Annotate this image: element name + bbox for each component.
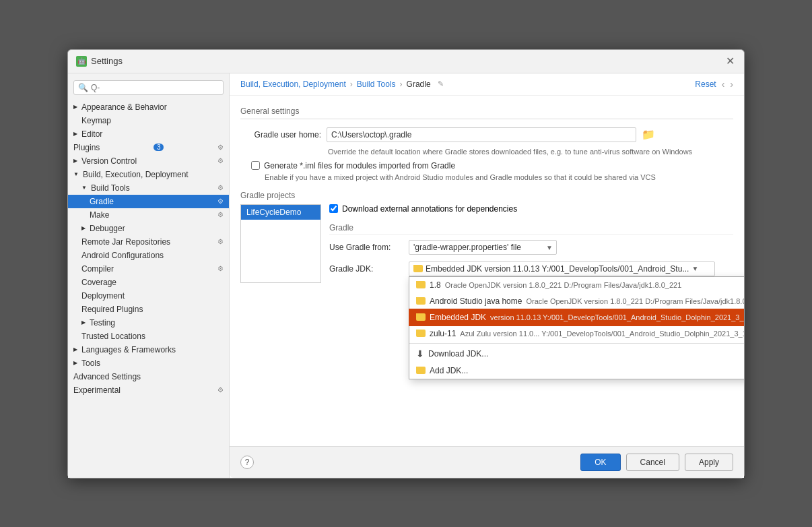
sidebar-label: Appearance & Behavior [81, 102, 167, 112]
collapse-icon: ▶ [73, 360, 77, 366]
sidebar-item-tools[interactable]: ▶ Tools [68, 356, 229, 370]
collapse-icon: ▼ [81, 185, 87, 191]
sidebar-label: Make [90, 210, 109, 220]
sidebar-label: Tools [81, 359, 100, 368]
general-settings-title: General settings [240, 106, 733, 119]
generate-iml-row: Generate *.iml files for modules importe… [251, 161, 733, 170]
jdk-selected-value[interactable]: Embedded JDK version 11.0.13 Y:/001_Deve… [409, 261, 715, 276]
gradle-projects-section: Gradle projects LifeCycleDemo Download e… [240, 191, 733, 283]
jdk-option-zulu11[interactable]: zulu-11 Azul Zulu version 11.0... Y:/001… [409, 326, 744, 342]
cancel-button[interactable]: Cancel [626, 454, 679, 471]
sidebar-item-build-tools[interactable]: ▼ Build Tools ⚙ [68, 181, 229, 195]
use-gradle-row: Use Gradle from: 'gradle-wrapper.propert… [329, 240, 733, 255]
download-annotations-checkbox[interactable] [329, 204, 338, 213]
sidebar: 🔍 ▶ Appearance & Behavior Keymap ▶ Edito… [68, 73, 230, 478]
settings-gear-icon: ⚙ [217, 386, 224, 394]
gradle-jdk-row: Gradle JDK: Embedded JDK version 11.0.13… [329, 261, 733, 276]
jdk-dropdown-arrow: ▼ [691, 265, 698, 272]
sidebar-item-editor[interactable]: ▶ Editor [68, 127, 229, 141]
use-gradle-dropdown-wrapper: 'gradle-wrapper.properties' file ▼ [409, 240, 557, 255]
sidebar-item-testing[interactable]: ▶ Testing [68, 316, 229, 330]
generate-iml-checkbox[interactable] [251, 161, 260, 170]
sidebar-item-gradle[interactable]: Gradle ⚙ [68, 195, 229, 208]
content-area: General settings Gradle user home: 📁 Ove… [230, 96, 744, 446]
project-item[interactable]: LifeCycleDemo [241, 205, 320, 220]
sidebar-label: Remote Jar Repositories [81, 237, 170, 247]
sidebar-item-trusted-locations[interactable]: Trusted Locations [68, 330, 229, 343]
jdk-path: Oracle OpenJDK version 1.8.0_221 D:/Prog… [445, 281, 682, 289]
sidebar-item-compiler[interactable]: Compiler ⚙ [68, 262, 229, 276]
sidebar-item-coverage[interactable]: Coverage [68, 276, 229, 289]
close-button[interactable]: ✕ [724, 55, 736, 67]
sidebar-label: Debugger [90, 224, 125, 233]
collapse-icon: ▶ [81, 319, 86, 326]
jdk-name: Embedded JDK [430, 313, 486, 322]
breadcrumb-actions: Reset ‹ › [695, 79, 733, 90]
sidebar-label: Android Configurations [81, 251, 164, 260]
title-bar-left: 🤖 Settings [76, 56, 123, 67]
breadcrumb-gradle: Gradle [407, 80, 431, 89]
download-icon: ⬇ [416, 348, 424, 359]
gradle-subsection-title: Gradle [329, 223, 733, 235]
edit-icon: ✎ [438, 80, 444, 88]
sidebar-label: Deployment [81, 291, 125, 301]
use-gradle-label: Use Gradle from: [329, 243, 403, 252]
ok-button[interactable]: OK [580, 454, 620, 471]
sidebar-item-debugger[interactable]: ▶ Debugger [68, 222, 229, 235]
sidebar-item-advanced[interactable]: Advanced Settings [68, 370, 229, 383]
search-input[interactable] [91, 83, 219, 92]
sidebar-item-make[interactable]: Make ⚙ [68, 208, 229, 222]
jdk-add-action[interactable]: Add JDK... [409, 363, 744, 379]
sidebar-label: Plugins [73, 143, 100, 152]
sidebar-item-required-plugins[interactable]: Required Plugins [68, 303, 229, 316]
sidebar-item-deployment[interactable]: Deployment [68, 289, 229, 303]
jdk-path: Azul Zulu version 11.0... Y:/001_Develop… [460, 330, 744, 338]
generate-iml-label: Generate *.iml files for modules importe… [264, 161, 455, 170]
footer-actions: OK Cancel Apply [580, 454, 733, 471]
breadcrumb-build-tools[interactable]: Build Tools [357, 80, 396, 89]
jdk-selected-text: Embedded JDK version 11.0.13 Y:/001_Deve… [426, 264, 689, 274]
download-annotations-label: Download external annotations for depend… [342, 204, 517, 214]
jdk-option-android-java-home[interactable]: Android Studio java home Oracle OpenJDK … [409, 293, 744, 309]
sidebar-item-build-execution[interactable]: ▼ Build, Execution, Deployment [68, 168, 229, 181]
settings-icon: 🤖 [76, 56, 87, 67]
jdk-option-embedded[interactable]: Embedded JDK version 11.0.13 Y:/001_Deve… [409, 309, 744, 326]
sidebar-item-appearance[interactable]: ▶ Appearance & Behavior [68, 100, 229, 114]
plugins-badge: 3 [154, 144, 164, 151]
sidebar-item-languages[interactable]: ▶ Languages & Frameworks [68, 343, 229, 356]
sidebar-label: Coverage [81, 278, 116, 287]
settings-gear-icon: ⚙ [217, 211, 224, 218]
sidebar-item-android-configs[interactable]: Android Configurations [68, 249, 229, 262]
main-content: Build, Execution, Deployment › Build Too… [230, 73, 744, 478]
sidebar-label: Build Tools [91, 183, 130, 193]
footer: ? OK Cancel Apply [230, 446, 744, 478]
reset-button[interactable]: Reset [695, 80, 716, 89]
jdk-download-action[interactable]: ⬇ Download JDK... [409, 345, 744, 363]
sidebar-label: Testing [90, 318, 115, 328]
collapse-icon: ▶ [73, 346, 77, 352]
browse-icon[interactable]: 📁 [642, 128, 655, 141]
collapse-icon: ▶ [73, 131, 77, 137]
jdk-path: Oracle OpenJDK version 1.8.0_221 D:/Prog… [526, 297, 744, 305]
breadcrumb-build[interactable]: Build, Execution, Deployment [240, 80, 346, 89]
use-gradle-select[interactable]: 'gradle-wrapper.properties' file [409, 240, 557, 255]
download-annotations-row: Download external annotations for depend… [329, 204, 733, 214]
sidebar-item-experimental[interactable]: Experimental ⚙ [68, 383, 229, 397]
sidebar-item-version-control[interactable]: ▶ Version Control ⚙ [68, 154, 229, 168]
back-button[interactable]: ‹ [722, 79, 725, 90]
sidebar-item-remote-jar[interactable]: Remote Jar Repositories ⚙ [68, 235, 229, 249]
search-box[interactable]: 🔍 [73, 80, 224, 95]
add-jdk-label: Add JDK... [430, 366, 468, 375]
folder-icon [413, 265, 423, 272]
sidebar-item-keymap[interactable]: Keymap [68, 114, 229, 127]
settings-gear-icon: ⚙ [217, 184, 224, 191]
apply-button[interactable]: Apply [685, 454, 733, 471]
forward-button[interactable]: › [730, 79, 733, 90]
jdk-popup: 1.8 Oracle OpenJDK version 1.8.0_221 D:/… [409, 276, 744, 379]
gradle-home-input[interactable] [327, 127, 636, 142]
sidebar-item-plugins[interactable]: Plugins 3 ⚙ [68, 141, 229, 154]
help-button[interactable]: ? [240, 456, 254, 469]
jdk-option-18[interactable]: 1.8 Oracle OpenJDK version 1.8.0_221 D:/… [409, 277, 744, 293]
sidebar-label: Required Plugins [81, 305, 143, 314]
projects-list: LifeCycleDemo [240, 204, 321, 283]
